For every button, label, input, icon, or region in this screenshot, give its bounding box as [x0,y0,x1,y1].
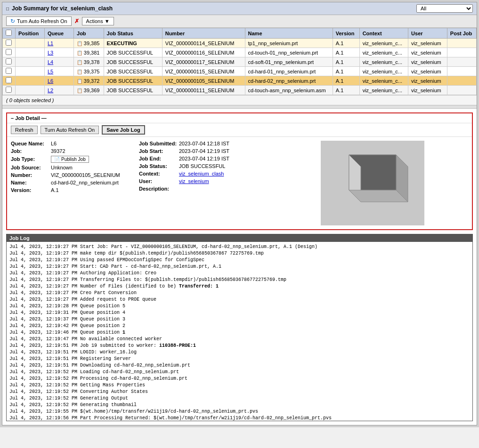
row-checkbox[interactable] [6,49,12,55]
desc-label: Description: [139,186,179,192]
row-checkbox[interactable] [6,77,12,83]
job-fields-left: Queue Name: L6 Job: 39372 Job Type: 📄 Pu… [11,141,133,225]
row-checkbox-cell [3,57,16,67]
field-job-start: Job Start: 2023-07-04 12:19 IST [139,148,271,154]
refresh-icon: ↻ [10,18,15,24]
submitted-label: Job Submitted: [139,141,179,146]
context-value[interactable]: viz_selenium_clash [179,171,224,176]
queue-name-value: L6 [51,141,57,146]
job-summary-header: □ Job Summary for viz_selenium_clash All [2,2,477,15]
row-checkbox[interactable] [6,87,12,93]
row-job: 📋 39,378 [74,57,104,67]
row-position [15,48,44,57]
row-checkbox[interactable] [6,68,12,74]
log-line: Jul 4, 2023, 12:19:52 PM Generating Outp… [9,395,470,402]
context-label: Context: [139,171,179,176]
col-header-job: Job [74,28,104,39]
save-job-log-button[interactable]: Save Job Log [102,125,145,135]
row-name: cd-touch-asm_nnp_selenium.asm [245,86,333,95]
select-all-checkbox[interactable] [6,30,12,36]
row-queue[interactable]: L4 [44,57,73,67]
row-user: viz_selenium [408,48,447,57]
row-name: cd-soft-01_nnp_selenium.prt [245,57,333,67]
row-queue[interactable]: L3 [44,48,73,57]
log-line: Jul 4, 2023, 12:19:31 PM Queue position … [9,310,470,316]
row-queue[interactable]: L2 [44,86,73,95]
row-checkbox-cell [3,48,16,57]
table-row[interactable]: L4 📋 39,378 JOB SUCCESSFUL VIZ_000000011… [3,57,477,67]
log-line: Jul 4, 2023, 12:19:56 PM Part Processing… [9,415,470,421]
table-row[interactable]: L6 📋 39,372 JOB SUCCESSFUL VIZ_000000010… [3,76,477,86]
row-context: viz_selenium_c... [359,67,408,76]
row-status: EXECUTING [104,39,162,48]
row-number: VIZ_0000000111_SELENIUM [162,86,245,95]
job-log-container: Job Log Jul 4, 2023, 12:19:27 PM Start J… [6,234,473,421]
log-line: Jul 4, 2023, 12:19:51 PM Job 19 submitte… [9,343,470,349]
job-source-label: Job Source: [11,165,51,170]
queue-name-label: Queue Name: [11,141,51,146]
field-description: Description: [139,186,271,192]
col-header-queue: Queue [44,28,73,39]
row-checkbox-cell [3,67,16,76]
log-line: Jul 4, 2023, 12:19:37 PM Queue position … [9,316,470,323]
refresh-button[interactable]: ↻ Turn Auto Refresh On [6,16,72,26]
log-line: Jul 4, 2023, 12:19:51 PM Registering Ser… [9,356,470,362]
close-icon[interactable]: ✗ [74,18,79,24]
detail-refresh-label: Refresh [15,127,33,133]
log-line: Jul 4, 2023, 12:19:27 PM Start: CAD Part… [9,264,470,270]
3d-preview-svg [321,141,424,225]
row-context: viz_selenium_c... [359,86,408,95]
field-version: Version: A.1 [11,187,133,193]
row-name: cd-touch-01_nnp_selenium.prt [245,48,333,57]
job-log-content[interactable]: Jul 4, 2023, 12:19:27 PM Start Job: Part… [7,242,472,421]
row-checkbox[interactable] [6,40,12,46]
user-value[interactable]: viz_selenium [179,178,209,184]
user-label: User: [139,178,179,184]
version-value: A.1 [51,187,59,193]
row-user: viz_selenium [408,86,447,95]
row-queue[interactable]: L6 [44,76,73,86]
row-position [15,86,44,95]
row-queue[interactable]: L1 [44,39,73,48]
field-number: Number: VIZ_0000000105_SELENIUM [11,172,133,178]
table-row[interactable]: L5 📋 39,375 JOB SUCCESSFUL VIZ_000000011… [3,67,477,76]
row-checkbox-cell [3,39,16,48]
row-user: viz_selenium [408,67,447,76]
row-checkbox[interactable] [6,58,12,64]
field-job-status: Job Status: JOB SUCCESSFUL [139,163,271,169]
detail-auto-refresh-button[interactable]: Turn Auto Refresh On [41,126,99,134]
job-log-header: Job Log [7,234,472,242]
job-status-value: JOB SUCCESSFUL [179,163,225,169]
row-postjob [447,76,476,86]
field-job: Job: 39372 [11,148,133,154]
job-type-icon: 📋 [77,60,84,65]
col-header-position: Position [15,28,44,39]
table-row[interactable]: L1 📋 39,385 EXECUTING VIZ_0000000114_SEL… [3,39,477,48]
log-line: Jul 4, 2023, 12:19:27 PM Added request t… [9,296,470,303]
row-number: VIZ_0000000114_SELENIUM [162,39,245,48]
actions-dropdown-icon: ▼ [105,18,110,24]
row-status: JOB SUCCESSFUL [104,76,162,86]
publish-job-button[interactable]: 📄 Publish Job [51,156,89,163]
table-row[interactable]: L3 📋 39,381 JOB SUCCESSFUL VIZ_000000011… [3,48,477,57]
toolbar: ↻ Turn Auto Refresh On ✗ Actions ▼ [2,15,477,28]
table-row[interactable]: L2 📋 39,369 JOB SUCCESSFUL VIZ_000000011… [3,86,477,95]
row-number: VIZ_0000000116_SELENIUM [162,48,245,57]
job-preview [276,141,468,225]
row-queue[interactable]: L5 [44,67,73,76]
actions-button[interactable]: Actions ▼ [82,17,114,25]
row-postjob [447,48,476,57]
job-end-value: 2023-07-04 12:19 IST [179,156,229,161]
submitted-value: 2023-07-04 12:18 IST [179,141,229,146]
col-header-checkbox [3,28,16,39]
field-job-end: Job End: 2023-07-04 12:19 IST [139,156,271,161]
col-header-status: Job Status [104,28,162,39]
row-version: A.1 [333,76,359,86]
collapse-detail-icon[interactable]: – [11,115,14,121]
filter-select[interactable]: All [416,4,473,13]
job-end-label: Job End: [139,156,179,161]
field-submitted: Job Submitted: 2023-07-04 12:18 IST [139,141,271,146]
detail-refresh-button[interactable]: Refresh [11,126,38,134]
collapse-icon[interactable]: □ [6,6,9,11]
row-version: A.1 [333,86,359,95]
